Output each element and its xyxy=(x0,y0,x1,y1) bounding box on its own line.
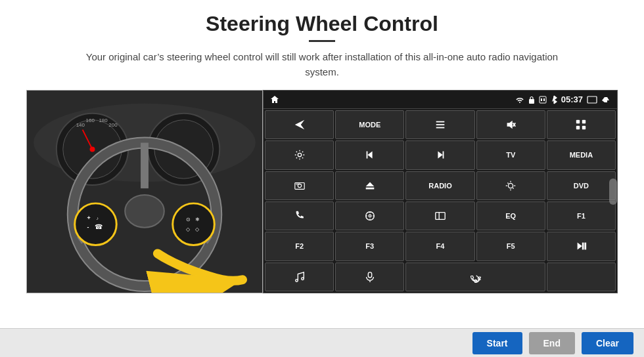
btn-f4[interactable]: F4 xyxy=(405,232,474,261)
svg-text:◇: ◇ xyxy=(186,226,191,232)
svg-text:360: 360 xyxy=(295,183,299,186)
control-panel: 05:37 MODE xyxy=(263,90,618,293)
btn-f3[interactable]: F3 xyxy=(335,232,404,261)
svg-rect-30 xyxy=(540,96,546,103)
btn-phone[interactable] xyxy=(265,201,334,230)
btn-navi[interactable] xyxy=(335,201,404,230)
action-bar: Start End Clear xyxy=(0,328,644,357)
svg-point-23 xyxy=(173,203,215,245)
page-subtitle: Your original car’s steering wheel contr… xyxy=(85,50,559,79)
btn-mic[interactable] xyxy=(335,262,404,291)
scroll-hint xyxy=(609,178,617,205)
svg-rect-54 xyxy=(585,243,587,250)
back-icon xyxy=(601,96,610,104)
svg-point-43 xyxy=(298,154,301,157)
btn-eq[interactable]: EQ xyxy=(476,201,545,230)
svg-rect-35 xyxy=(436,124,445,125)
svg-text:♪: ♪ xyxy=(96,216,98,220)
btn-dvd[interactable]: DVD xyxy=(547,171,616,200)
btn-f2[interactable]: F2 xyxy=(265,232,334,261)
svg-rect-33 xyxy=(587,96,597,103)
button-grid: MODE TV xyxy=(264,109,617,293)
svg-rect-57 xyxy=(368,272,371,278)
btn-eject[interactable] xyxy=(335,171,404,200)
btn-camera360[interactable]: 360 xyxy=(265,171,334,200)
btn-tv[interactable]: TV xyxy=(476,140,545,169)
status-bar: 05:37 xyxy=(264,91,617,109)
status-left xyxy=(270,95,279,104)
svg-text:☎: ☎ xyxy=(95,223,103,230)
btn-radio[interactable]: RADIO xyxy=(405,171,474,200)
btn-empty[interactable] xyxy=(547,262,616,291)
svg-rect-41 xyxy=(576,126,580,129)
status-right: 05:37 xyxy=(515,94,610,104)
page: Steering Wheel Control Your original car… xyxy=(0,0,644,357)
screen-icon xyxy=(587,96,597,104)
svg-text:200: 200 xyxy=(108,122,118,128)
svg-text:◇: ◇ xyxy=(195,226,200,232)
lock-icon xyxy=(528,96,535,104)
btn-send[interactable] xyxy=(265,110,334,139)
svg-text:160: 160 xyxy=(86,117,95,123)
svg-text:+: + xyxy=(87,215,91,221)
svg-text:❄: ❄ xyxy=(195,217,200,222)
svg-rect-31 xyxy=(541,98,542,101)
bluetooth-icon xyxy=(551,95,557,104)
svg-rect-47 xyxy=(365,188,374,190)
btn-f1[interactable]: F1 xyxy=(547,201,616,230)
time-display: 05:37 xyxy=(561,94,583,104)
content-row: 140 160 180 200 xyxy=(26,90,618,293)
svg-text:140: 140 xyxy=(76,122,85,128)
btn-apps[interactable] xyxy=(547,110,616,139)
btn-media[interactable]: MEDIA xyxy=(547,140,616,169)
btn-music[interactable] xyxy=(265,262,334,291)
btn-playpause[interactable] xyxy=(547,232,616,261)
svg-rect-42 xyxy=(582,126,586,129)
end-button[interactable]: End xyxy=(529,332,575,354)
svg-rect-53 xyxy=(582,243,584,250)
title-divider xyxy=(309,40,335,42)
btn-answer[interactable] xyxy=(405,262,545,291)
svg-rect-51 xyxy=(436,213,445,220)
svg-text:-: - xyxy=(87,224,89,230)
clear-button[interactable]: Clear xyxy=(582,332,633,354)
home-icon xyxy=(270,95,279,104)
btn-mute[interactable] xyxy=(476,110,545,139)
btn-settings[interactable] xyxy=(265,140,334,169)
btn-screen2[interactable] xyxy=(405,201,474,230)
svg-point-50 xyxy=(369,215,371,217)
svg-rect-39 xyxy=(576,120,580,123)
page-title: Steering Wheel Control xyxy=(206,12,438,36)
svg-point-48 xyxy=(509,183,513,188)
svg-rect-29 xyxy=(529,99,534,104)
btn-prev[interactable] xyxy=(335,140,404,169)
btn-brightness[interactable] xyxy=(476,171,545,200)
btn-f5[interactable]: F5 xyxy=(476,232,545,261)
btn-list[interactable] xyxy=(405,110,474,139)
svg-point-49 xyxy=(365,212,374,220)
wifi-icon xyxy=(515,96,524,103)
svg-text:180: 180 xyxy=(99,117,108,123)
svg-text:⊙: ⊙ xyxy=(186,217,191,222)
start-button[interactable]: Start xyxy=(472,332,522,354)
sim-icon xyxy=(539,96,547,104)
svg-point-17 xyxy=(125,195,164,228)
svg-point-56 xyxy=(301,278,304,280)
svg-rect-40 xyxy=(582,120,586,123)
svg-rect-32 xyxy=(543,98,545,101)
svg-point-55 xyxy=(295,279,298,282)
svg-rect-34 xyxy=(436,121,445,123)
svg-rect-36 xyxy=(436,127,445,129)
steering-wheel-image: 140 160 180 200 xyxy=(26,90,263,293)
btn-next[interactable] xyxy=(405,140,474,169)
btn-mode[interactable]: MODE xyxy=(335,110,404,139)
